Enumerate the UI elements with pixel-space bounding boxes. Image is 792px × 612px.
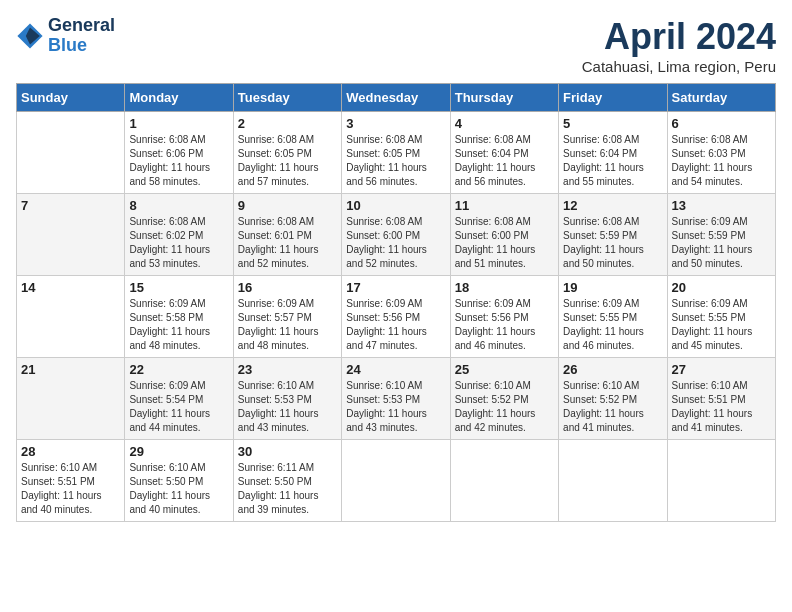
day-number: 3 <box>346 116 445 131</box>
day-info: Sunrise: 6:08 AM Sunset: 6:04 PM Dayligh… <box>563 133 662 189</box>
calendar-cell: 11Sunrise: 6:08 AM Sunset: 6:00 PM Dayli… <box>450 194 558 276</box>
day-number: 5 <box>563 116 662 131</box>
calendar-cell: 25Sunrise: 6:10 AM Sunset: 5:52 PM Dayli… <box>450 358 558 440</box>
day-number: 12 <box>563 198 662 213</box>
calendar-cell <box>342 440 450 522</box>
calendar-cell: 14 <box>17 276 125 358</box>
calendar-table: SundayMondayTuesdayWednesdayThursdayFrid… <box>16 83 776 522</box>
day-number: 16 <box>238 280 337 295</box>
calendar-cell: 20Sunrise: 6:09 AM Sunset: 5:55 PM Dayli… <box>667 276 775 358</box>
day-number: 24 <box>346 362 445 377</box>
calendar-cell: 13Sunrise: 6:09 AM Sunset: 5:59 PM Dayli… <box>667 194 775 276</box>
day-info: Sunrise: 6:09 AM Sunset: 5:56 PM Dayligh… <box>455 297 554 353</box>
day-info: Sunrise: 6:08 AM Sunset: 6:04 PM Dayligh… <box>455 133 554 189</box>
logo-icon <box>16 22 44 50</box>
weekday-header-monday: Monday <box>125 84 233 112</box>
day-number: 20 <box>672 280 771 295</box>
day-number: 22 <box>129 362 228 377</box>
calendar-cell: 18Sunrise: 6:09 AM Sunset: 5:56 PM Dayli… <box>450 276 558 358</box>
day-number: 2 <box>238 116 337 131</box>
day-number: 26 <box>563 362 662 377</box>
day-info: Sunrise: 6:08 AM Sunset: 6:01 PM Dayligh… <box>238 215 337 271</box>
calendar-cell: 2Sunrise: 6:08 AM Sunset: 6:05 PM Daylig… <box>233 112 341 194</box>
calendar-cell <box>559 440 667 522</box>
day-number: 23 <box>238 362 337 377</box>
calendar-cell: 10Sunrise: 6:08 AM Sunset: 6:00 PM Dayli… <box>342 194 450 276</box>
day-info: Sunrise: 6:08 AM Sunset: 6:00 PM Dayligh… <box>346 215 445 271</box>
header: General Blue April 2024 Catahuasi, Lima … <box>16 16 776 75</box>
calendar-cell <box>450 440 558 522</box>
calendar-week-row: 1Sunrise: 6:08 AM Sunset: 6:06 PM Daylig… <box>17 112 776 194</box>
day-number: 29 <box>129 444 228 459</box>
calendar-cell: 6Sunrise: 6:08 AM Sunset: 6:03 PM Daylig… <box>667 112 775 194</box>
day-info: Sunrise: 6:10 AM Sunset: 5:53 PM Dayligh… <box>346 379 445 435</box>
day-info: Sunrise: 6:08 AM Sunset: 6:05 PM Dayligh… <box>346 133 445 189</box>
day-number: 18 <box>455 280 554 295</box>
calendar-cell: 28Sunrise: 6:10 AM Sunset: 5:51 PM Dayli… <box>17 440 125 522</box>
day-number: 11 <box>455 198 554 213</box>
calendar-cell: 9Sunrise: 6:08 AM Sunset: 6:01 PM Daylig… <box>233 194 341 276</box>
day-number: 28 <box>21 444 120 459</box>
day-info: Sunrise: 6:10 AM Sunset: 5:53 PM Dayligh… <box>238 379 337 435</box>
calendar-cell: 16Sunrise: 6:09 AM Sunset: 5:57 PM Dayli… <box>233 276 341 358</box>
calendar-cell: 24Sunrise: 6:10 AM Sunset: 5:53 PM Dayli… <box>342 358 450 440</box>
weekday-header-saturday: Saturday <box>667 84 775 112</box>
day-info: Sunrise: 6:09 AM Sunset: 5:56 PM Dayligh… <box>346 297 445 353</box>
day-number: 30 <box>238 444 337 459</box>
day-info: Sunrise: 6:09 AM Sunset: 5:57 PM Dayligh… <box>238 297 337 353</box>
logo-blue: Blue <box>48 36 115 56</box>
day-number: 19 <box>563 280 662 295</box>
calendar-cell: 21 <box>17 358 125 440</box>
calendar-cell: 22Sunrise: 6:09 AM Sunset: 5:54 PM Dayli… <box>125 358 233 440</box>
day-info: Sunrise: 6:09 AM Sunset: 5:58 PM Dayligh… <box>129 297 228 353</box>
day-number: 6 <box>672 116 771 131</box>
calendar-cell: 29Sunrise: 6:10 AM Sunset: 5:50 PM Dayli… <box>125 440 233 522</box>
calendar-cell: 15Sunrise: 6:09 AM Sunset: 5:58 PM Dayli… <box>125 276 233 358</box>
day-number: 1 <box>129 116 228 131</box>
day-info: Sunrise: 6:09 AM Sunset: 5:54 PM Dayligh… <box>129 379 228 435</box>
day-number: 15 <box>129 280 228 295</box>
calendar-week-row: 28Sunrise: 6:10 AM Sunset: 5:51 PM Dayli… <box>17 440 776 522</box>
calendar-cell: 30Sunrise: 6:11 AM Sunset: 5:50 PM Dayli… <box>233 440 341 522</box>
day-number: 14 <box>21 280 120 295</box>
calendar-week-row: 1415Sunrise: 6:09 AM Sunset: 5:58 PM Day… <box>17 276 776 358</box>
location: Catahuasi, Lima region, Peru <box>582 58 776 75</box>
calendar-cell: 7 <box>17 194 125 276</box>
day-info: Sunrise: 6:08 AM Sunset: 6:06 PM Dayligh… <box>129 133 228 189</box>
day-info: Sunrise: 6:10 AM Sunset: 5:52 PM Dayligh… <box>455 379 554 435</box>
day-number: 27 <box>672 362 771 377</box>
weekday-header-tuesday: Tuesday <box>233 84 341 112</box>
day-info: Sunrise: 6:08 AM Sunset: 6:05 PM Dayligh… <box>238 133 337 189</box>
title-area: April 2024 Catahuasi, Lima region, Peru <box>582 16 776 75</box>
day-info: Sunrise: 6:10 AM Sunset: 5:51 PM Dayligh… <box>672 379 771 435</box>
calendar-week-row: 2122Sunrise: 6:09 AM Sunset: 5:54 PM Day… <box>17 358 776 440</box>
calendar-cell: 12Sunrise: 6:08 AM Sunset: 5:59 PM Dayli… <box>559 194 667 276</box>
day-number: 4 <box>455 116 554 131</box>
day-number: 17 <box>346 280 445 295</box>
calendar-cell: 27Sunrise: 6:10 AM Sunset: 5:51 PM Dayli… <box>667 358 775 440</box>
day-number: 13 <box>672 198 771 213</box>
month-title: April 2024 <box>582 16 776 58</box>
calendar-week-row: 78Sunrise: 6:08 AM Sunset: 6:02 PM Dayli… <box>17 194 776 276</box>
logo-general: General <box>48 16 115 36</box>
day-info: Sunrise: 6:11 AM Sunset: 5:50 PM Dayligh… <box>238 461 337 517</box>
day-number: 25 <box>455 362 554 377</box>
day-number: 10 <box>346 198 445 213</box>
calendar-cell: 23Sunrise: 6:10 AM Sunset: 5:53 PM Dayli… <box>233 358 341 440</box>
day-number: 9 <box>238 198 337 213</box>
weekday-header-friday: Friday <box>559 84 667 112</box>
day-info: Sunrise: 6:08 AM Sunset: 6:02 PM Dayligh… <box>129 215 228 271</box>
calendar-cell: 26Sunrise: 6:10 AM Sunset: 5:52 PM Dayli… <box>559 358 667 440</box>
weekday-header-wednesday: Wednesday <box>342 84 450 112</box>
logo-text: General Blue <box>48 16 115 56</box>
day-info: Sunrise: 6:08 AM Sunset: 5:59 PM Dayligh… <box>563 215 662 271</box>
day-info: Sunrise: 6:09 AM Sunset: 5:55 PM Dayligh… <box>563 297 662 353</box>
calendar-cell: 5Sunrise: 6:08 AM Sunset: 6:04 PM Daylig… <box>559 112 667 194</box>
day-number: 21 <box>21 362 120 377</box>
day-number: 7 <box>21 198 120 213</box>
weekday-header-sunday: Sunday <box>17 84 125 112</box>
calendar-cell: 17Sunrise: 6:09 AM Sunset: 5:56 PM Dayli… <box>342 276 450 358</box>
weekday-header-thursday: Thursday <box>450 84 558 112</box>
day-number: 8 <box>129 198 228 213</box>
day-info: Sunrise: 6:10 AM Sunset: 5:52 PM Dayligh… <box>563 379 662 435</box>
